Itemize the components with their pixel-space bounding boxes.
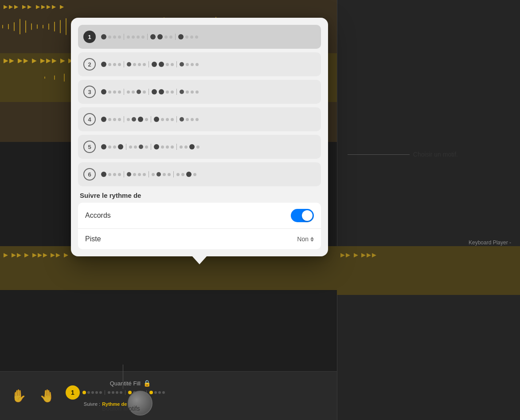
rp-waveform: ▶▶ ▶ ▶▶▶: [337, 246, 520, 295]
dot: [166, 145, 169, 149]
pattern-row-1[interactable]: 1: [78, 25, 321, 49]
dot: [127, 172, 131, 177]
dot-separator: [175, 34, 176, 40]
dot: [180, 90, 184, 94]
pattern-row-2[interactable]: 2: [78, 52, 321, 76]
suivre-label: Suivre :: [84, 401, 100, 407]
dot: [157, 34, 163, 39]
lock-icon: 🔒: [143, 380, 151, 387]
dot: [145, 145, 148, 149]
dot-separator: [151, 116, 151, 122]
dot: [101, 172, 106, 177]
dot: [113, 63, 116, 66]
dot: [185, 35, 188, 39]
annotation-text: Choisir un motif.: [413, 151, 458, 158]
dot: [186, 63, 189, 66]
dot-separator: [147, 34, 148, 40]
dot-separator: [124, 61, 124, 67]
dot: [161, 118, 164, 121]
dot: [143, 90, 146, 94]
dot: [159, 62, 164, 67]
bottom-toolbar: ✋ 🤚 1 Suivre : Rythme de l'accord Quanti…: [0, 371, 337, 420]
hand-open-button[interactable]: ✋: [9, 386, 28, 406]
dot: [196, 145, 199, 149]
stepper-down-icon[interactable]: [310, 239, 314, 242]
dot: [191, 90, 194, 94]
dot: [101, 144, 106, 149]
svg-rect-7: [43, 25, 43, 28]
pattern-row-4[interactable]: 4: [78, 107, 321, 131]
accords-row: Accords: [78, 203, 321, 229]
dot: [129, 145, 132, 149]
pattern-row-6[interactable]: 6: [78, 162, 321, 186]
dot: [195, 118, 199, 121]
fill-area: Quantité Fill 🔒: [110, 380, 151, 387]
dot: [164, 35, 168, 39]
bottom-dot: [99, 391, 102, 394]
dot: [137, 90, 141, 94]
motif-popup: 123456 Suivre le rythme de Accords Piste…: [71, 18, 328, 256]
pattern-number-6: 6: [83, 168, 96, 181]
dot: [195, 35, 198, 39]
dot: [166, 63, 169, 66]
dot: [113, 118, 116, 121]
dot: [101, 117, 106, 122]
dot: [118, 118, 121, 121]
svg-rect-9: [54, 22, 55, 31]
pattern-dots-3: [100, 89, 316, 95]
pattern-number-5: 5: [83, 141, 96, 153]
pattern-row-3[interactable]: 3: [78, 80, 321, 104]
pattern-number-2: 2: [83, 58, 96, 71]
pattern-row-5[interactable]: 5: [78, 135, 321, 159]
dot: [152, 62, 157, 67]
bottom-dot: [95, 391, 98, 394]
dot-separator: [149, 61, 149, 67]
piste-stepper[interactable]: Non: [297, 236, 314, 243]
hand-point-button[interactable]: 🤚: [37, 386, 57, 406]
dot-separator: [124, 34, 124, 40]
bottom-dot: [120, 391, 122, 394]
dot: [184, 145, 188, 149]
dot: [132, 117, 136, 122]
track-arrows: ▶▶ ▶▶ ▶ ▶▶▶ ▶ ▶▶: [4, 57, 80, 64]
dot-separator: [149, 171, 149, 177]
stepper-arrows[interactable]: [310, 237, 314, 242]
dot-separator: [124, 89, 124, 95]
pattern-number-3: 3: [83, 86, 96, 98]
bottom-dot: [158, 391, 161, 394]
dot: [166, 90, 169, 94]
bottom-dot: [112, 391, 114, 394]
dot: [191, 118, 194, 121]
dot: [132, 35, 135, 39]
piste-row: Piste Non: [78, 229, 321, 249]
dot: [169, 35, 172, 39]
dot: [189, 144, 195, 149]
dot-separator: [176, 116, 177, 122]
fill-label: Quantité Fill: [110, 380, 141, 387]
follow-section-label: Suivre le rythme de: [80, 192, 321, 199]
dot: [195, 90, 199, 94]
dot: [154, 117, 159, 122]
dot-separator: [151, 144, 151, 150]
annotation-line: [348, 154, 410, 155]
dot: [190, 35, 193, 39]
piste-label: Piste: [85, 235, 101, 243]
dot: [133, 173, 136, 176]
stepper-up-icon[interactable]: [310, 237, 314, 239]
hand-open-icon: ✋: [11, 389, 27, 403]
bottom-dot: [116, 391, 118, 394]
dot: [118, 35, 121, 39]
dot: [171, 118, 174, 121]
dot: [138, 173, 141, 176]
keyboard-player-label: Keyboard Player -: [469, 239, 511, 246]
dot-separator: [176, 61, 177, 67]
dot: [152, 173, 155, 176]
motif-badge-button[interactable]: 1: [66, 385, 80, 400]
pattern-dots-5: [100, 144, 316, 150]
accords-label: Accords: [85, 212, 111, 220]
svg-rect-2: [14, 22, 15, 31]
accords-toggle[interactable]: [291, 209, 314, 222]
dot: [168, 173, 171, 176]
dot: [186, 118, 189, 121]
dot: [127, 62, 131, 67]
